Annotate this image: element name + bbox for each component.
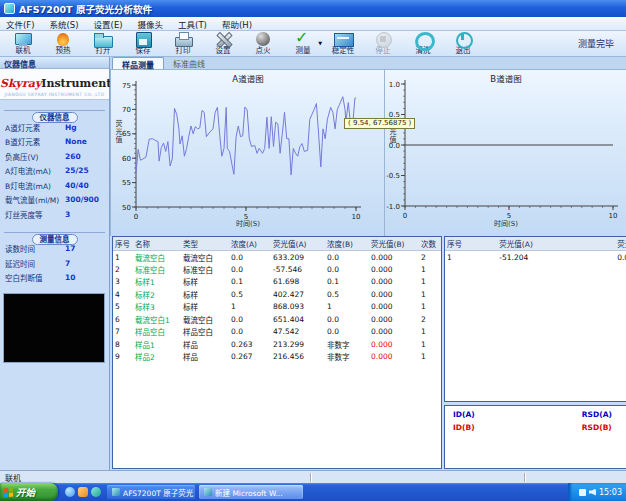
skyray-logo: SkyrayInstrument JIANGSU SKYRAY INSTRUME… bbox=[0, 69, 109, 100]
table-row[interactable]: 5标样3标样1868.09310.0001 bbox=[113, 301, 442, 314]
quick-launch-desktop-icon[interactable] bbox=[91, 487, 101, 497]
toolbar-button-measure[interactable]: 测量▼ bbox=[283, 31, 323, 56]
table-cell: 8 bbox=[113, 338, 133, 351]
logo-subtitle: JIANGSU SKYRAY INSTRUMENT CO.,LTD bbox=[0, 92, 109, 97]
toolbar-button-save[interactable]: 保存 bbox=[123, 31, 163, 56]
quick-launch-app-icon[interactable] bbox=[78, 487, 88, 497]
table-cell: 2 bbox=[419, 313, 442, 326]
taskbar-window-icon bbox=[204, 488, 212, 496]
channel-a-chart[interactable]: A道谱图 荧光值 5055606570750510 时间(S) bbox=[112, 70, 385, 236]
table-cell: 9 bbox=[113, 351, 133, 364]
table-cell: 1 bbox=[419, 301, 442, 314]
svg-text:60: 60 bbox=[122, 155, 131, 163]
info-value: 40/40 bbox=[65, 181, 89, 190]
info-label: B灯电流(mA) bbox=[5, 180, 65, 191]
table-cell: 216.456 bbox=[271, 351, 325, 364]
table-cell: 0.1 bbox=[325, 276, 369, 289]
stat-label: RSD(A) bbox=[582, 410, 626, 419]
toolbar-button-ignite[interactable]: 点火 bbox=[243, 31, 283, 56]
taskbar-window-1[interactable]: 新建 Microsoft W... bbox=[199, 485, 303, 499]
table-row[interactable]: 4标样2标样0.5402.4270.50.0001 bbox=[113, 288, 442, 301]
taskbar-window-label: AFS7200T 原子荧光 bbox=[123, 487, 193, 498]
tray-network-icon[interactable] bbox=[579, 489, 586, 496]
table-row[interactable]: 1载流空白载流空白0.0633.2090.00.0002 bbox=[113, 251, 442, 264]
column-header[interactable]: 荧光值(A) bbox=[271, 237, 325, 251]
statusbar-divider bbox=[524, 473, 526, 482]
column-header[interactable]: 浓度(B) bbox=[325, 237, 369, 251]
channel-a-plot[interactable]: 5055606570750510 bbox=[112, 70, 385, 236]
table-cell: 0.000 bbox=[369, 276, 419, 289]
menu-item-5[interactable]: 帮助(H) bbox=[222, 18, 252, 30]
table-row[interactable]: 1-51.2040.000 bbox=[445, 251, 626, 264]
info-sections: 仪器信息A道灯元素HgB道灯元素None负高压(V)260A灯电流(mA)25/… bbox=[0, 105, 109, 285]
dropdown-arrow-icon[interactable]: ▼ bbox=[318, 40, 322, 46]
table-cell: 标准空白 bbox=[133, 263, 181, 276]
table-row[interactable]: 7样品空白样品空白0.047.5420.00.0001 bbox=[113, 326, 442, 339]
stat-label: ID(B) bbox=[453, 423, 582, 432]
toolbar-button-print[interactable]: 打印 bbox=[163, 31, 203, 56]
column-header[interactable]: 荧光值(B) bbox=[369, 237, 419, 251]
svg-text:70: 70 bbox=[122, 106, 131, 114]
table-row[interactable]: 9样品2样品0.267216.456非数字0.0001 bbox=[113, 351, 442, 364]
table-cell: 0.0 bbox=[325, 251, 369, 264]
menu-item-3[interactable]: 摄像头 bbox=[138, 18, 164, 30]
tab-0[interactable]: 样品测量 bbox=[112, 57, 164, 69]
info-value: 10 bbox=[65, 273, 75, 282]
toolbar-button-stability[interactable]: 稳定性 bbox=[323, 31, 363, 56]
sample-table-panel: 序号名称类型浓度(A)荧光值(A)浓度(B)荧光值(B)次数1载流空白载流空白0… bbox=[112, 236, 442, 469]
column-header[interactable]: 序号 bbox=[113, 237, 133, 251]
column-header[interactable]: 次数 bbox=[419, 237, 442, 251]
toolbar-button-clean[interactable]: 清洗 bbox=[403, 31, 443, 56]
toolbar-button-settings[interactable]: 设置 bbox=[203, 31, 243, 56]
taskbar-window-label: 新建 Microsoft W... bbox=[215, 487, 283, 498]
start-button[interactable]: 开始 bbox=[0, 483, 58, 501]
table-cell: 标样2 bbox=[133, 288, 181, 301]
table-row[interactable]: 8样品1样品0.263213.299非数字0.0001 bbox=[113, 338, 442, 351]
stop-icon bbox=[372, 32, 394, 46]
table-cell: 61.698 bbox=[271, 276, 325, 289]
toolbar-button-label: 点火 bbox=[256, 47, 271, 55]
svg-text:-0.5: -0.5 bbox=[386, 172, 400, 180]
preheat-icon bbox=[52, 32, 74, 46]
taskbar-window-0[interactable]: AFS7200T 原子荧光 bbox=[107, 485, 195, 499]
taskbar-window-icon bbox=[112, 488, 120, 496]
table-cell: 3 bbox=[113, 276, 133, 289]
taskbar: 开始 AFS7200T 原子荧光新建 Microsoft W... 15:03 bbox=[0, 483, 626, 501]
tab-1[interactable]: 标准曲线 bbox=[164, 57, 214, 69]
toolbar-button-connect[interactable]: 联机 bbox=[3, 31, 43, 56]
table-cell: 2 bbox=[419, 251, 442, 264]
table-cell: 213.299 bbox=[271, 338, 325, 351]
connection-status: 联机 bbox=[5, 472, 21, 483]
toolbar-button-open[interactable]: 打开 bbox=[83, 31, 123, 56]
info-value: 300/900 bbox=[65, 195, 99, 204]
table-cell: 47.542 bbox=[271, 326, 325, 339]
column-header[interactable]: 序号 bbox=[445, 237, 497, 251]
table-cell: 1 bbox=[419, 351, 442, 364]
column-header[interactable]: 荧光值(B) bbox=[615, 237, 626, 251]
table-cell: 样品 bbox=[181, 351, 229, 364]
toolbar-button-exit[interactable]: 退出 bbox=[443, 31, 483, 56]
menu-item-4[interactable]: 工具(T) bbox=[178, 18, 207, 30]
table-row[interactable]: 2标准空白标准空白0.0-57.5460.00.0001 bbox=[113, 263, 442, 276]
table-cell: 非数字 bbox=[325, 338, 369, 351]
table-row[interactable]: 6载流空白1载流空白0.0651.4040.00.0002 bbox=[113, 313, 442, 326]
menu-item-1[interactable]: 系统(S) bbox=[50, 18, 79, 30]
toolbar-button-label: 稳定性 bbox=[332, 47, 355, 55]
table-cell: 样品2 bbox=[133, 351, 181, 364]
column-header[interactable]: 荧光值(A) bbox=[497, 237, 615, 251]
tray-volume-icon[interactable] bbox=[589, 489, 596, 496]
toolbar-button-preheat[interactable]: 预热 bbox=[43, 31, 83, 56]
table-cell: 1 bbox=[445, 251, 497, 264]
status-bar: 联机 bbox=[0, 470, 626, 483]
menu-item-2[interactable]: 设置(E) bbox=[94, 18, 123, 30]
table-row[interactable]: 3标样1标样0.161.6980.10.0001 bbox=[113, 276, 442, 289]
table-cell: 载流空白1 bbox=[133, 313, 181, 326]
channel-b-plot[interactable]: -1.0-0.50.00.51.00510 bbox=[386, 70, 626, 236]
windows-logo-icon bbox=[4, 487, 13, 497]
column-header[interactable]: 名称 bbox=[133, 237, 181, 251]
menu-item-0[interactable]: 文件(F) bbox=[6, 18, 35, 30]
column-header[interactable]: 类型 bbox=[181, 237, 229, 251]
channel-b-chart[interactable]: B道谱图 荧光值 -1.0-0.50.00.51.00510 时间(S) bbox=[386, 70, 626, 236]
quick-launch-browser-icon[interactable] bbox=[65, 487, 75, 497]
column-header[interactable]: 浓度(A) bbox=[229, 237, 271, 251]
